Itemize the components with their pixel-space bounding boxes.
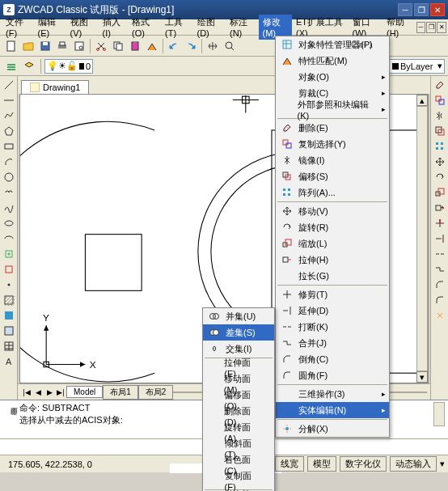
modify-item-19[interactable]: 延伸(D) <box>276 303 389 319</box>
layout-tab-model[interactable]: Model <box>66 386 103 398</box>
text-tool[interactable]: A <box>2 354 16 369</box>
tab-nav-first[interactable]: |◀ <box>21 386 32 399</box>
pline-tool[interactable] <box>2 108 16 123</box>
region-tool[interactable] <box>2 324 16 338</box>
modify-item-28[interactable]: 分解(X) <box>276 421 389 437</box>
scroll-down-button[interactable]: ▾ <box>416 371 428 383</box>
array-tool[interactable] <box>433 139 447 154</box>
spline-tool[interactable] <box>2 201 16 215</box>
block-tool[interactable] <box>2 262 16 277</box>
status-lwt[interactable]: 线宽 <box>275 456 304 472</box>
table-tool[interactable] <box>2 339 16 353</box>
insert-tool[interactable] <box>2 247 16 261</box>
modify-item-25[interactable]: 三维操作(3)▸ <box>276 386 389 402</box>
rotate-tool[interactable] <box>433 170 447 184</box>
polygon-tool[interactable] <box>2 124 16 138</box>
point-tool[interactable] <box>2 277 16 292</box>
erase-tool[interactable] <box>433 78 447 92</box>
join-tool[interactable] <box>433 262 447 277</box>
modify-item-20[interactable]: 打断(K) <box>276 319 389 335</box>
layout-tab-1[interactable]: 布局1 <box>103 385 138 400</box>
modify-item-12[interactable]: 移动(V) <box>276 203 389 219</box>
modify-item-22[interactable]: 倒角(C) <box>276 351 389 367</box>
status-tablet[interactable]: 数字化仪 <box>340 456 387 472</box>
menu-file[interactable]: 文件(F) <box>2 15 34 40</box>
menu-draw[interactable]: 绘图(D) <box>193 15 226 40</box>
zoom-button[interactable] <box>222 38 238 54</box>
menu-view[interactable]: 视图(V) <box>66 15 99 40</box>
mdi-minimize[interactable]: ─ <box>416 22 426 33</box>
modify-item-7[interactable]: 复制选择(Y) <box>276 136 389 152</box>
modify-item-23[interactable]: 圆角(F) <box>276 367 389 383</box>
modify-item-8[interactable]: 镜像(I) <box>276 152 389 168</box>
circle-tool[interactable] <box>2 170 16 184</box>
modify-item-1[interactable]: 特性匹配(M) <box>276 53 389 69</box>
xline-tool[interactable] <box>2 93 16 108</box>
modify-item-13[interactable]: 旋转(R) <box>276 219 389 235</box>
mdi-restore[interactable]: ❐ <box>426 22 436 33</box>
copy-button[interactable] <box>110 38 126 54</box>
modify-item-26[interactable]: 实体编辑(N)▸ <box>276 402 389 418</box>
break-tool[interactable] <box>433 247 447 261</box>
solidedit-item-11[interactable]: 复制面(F) <box>203 472 274 489</box>
move-tool[interactable] <box>433 154 447 169</box>
hatch-tool[interactable] <box>2 293 16 307</box>
explode-tool[interactable] <box>433 308 447 323</box>
trim-tool[interactable] <box>433 216 447 231</box>
print-button[interactable] <box>54 38 70 54</box>
menu-tools[interactable]: 工具(T) <box>161 15 193 40</box>
preview-button[interactable] <box>71 38 87 54</box>
stretch-tool[interactable] <box>433 201 447 215</box>
menu-format[interactable]: 格式(O) <box>128 15 161 40</box>
extend-tool[interactable] <box>433 231 447 246</box>
layer-manager-button[interactable] <box>3 58 19 74</box>
cmd-scrollbar[interactable] <box>433 402 445 426</box>
doc-tab-drawing1[interactable]: Drawing1 <box>21 80 89 94</box>
arc-tool[interactable] <box>2 154 16 169</box>
modify-item-18[interactable]: 修剪(T) <box>276 286 389 303</box>
chamfer-tool[interactable] <box>433 277 447 292</box>
scale-tool[interactable] <box>433 185 447 200</box>
solidedit-item-2[interactable]: 交集(I) <box>203 341 274 357</box>
revcloud-tool[interactable] <box>2 185 16 200</box>
redo-button[interactable] <box>183 38 199 54</box>
menu-dimension[interactable]: 标注(N) <box>226 15 259 40</box>
modify-item-14[interactable]: 缩放(L) <box>276 235 389 252</box>
pan-button[interactable] <box>205 38 221 54</box>
modify-item-15[interactable]: 拉伸(H) <box>276 252 389 268</box>
ellipsearc-tool[interactable] <box>2 231 16 246</box>
tab-nav-last[interactable]: ▶| <box>55 386 66 399</box>
layer-combo[interactable]: 💡 ☀ 🔓 0 <box>44 59 93 74</box>
paste-button[interactable] <box>127 38 143 54</box>
close-button[interactable]: ✕ <box>430 3 445 16</box>
modify-item-10[interactable]: 阵列(A)... <box>276 184 389 201</box>
scroll-up-button[interactable]: ▴ <box>416 95 428 106</box>
modify-item-0[interactable]: 对象特性管理器(P)Ctrl+1 <box>276 36 389 53</box>
tab-nav-next[interactable]: ▶ <box>44 386 55 399</box>
mdi-close[interactable]: ✕ <box>437 22 446 33</box>
solidedit-item-0[interactable]: 并集(U) <box>203 308 274 324</box>
new-button[interactable] <box>3 38 19 54</box>
maximize-button[interactable]: ❐ <box>414 3 429 16</box>
menu-edit[interactable]: 编辑(E) <box>34 15 66 40</box>
ellipse-tool[interactable] <box>2 216 16 231</box>
status-model[interactable]: 模型 <box>307 456 336 472</box>
gradient-tool[interactable] <box>2 308 16 323</box>
undo-button[interactable] <box>166 38 182 54</box>
vertical-scrollbar[interactable] <box>416 106 428 371</box>
solidedit-item-1[interactable]: 差集(S) <box>203 324 274 341</box>
modify-item-16[interactable]: 拉长(G) <box>276 268 389 284</box>
tab-nav-prev[interactable]: ◀ <box>32 386 44 399</box>
fillet-tool[interactable] <box>433 293 447 307</box>
modify-item-4[interactable]: 外部参照和块编辑(K)▸ <box>276 101 389 117</box>
modify-item-21[interactable]: 合并(J) <box>276 335 389 351</box>
rect-tool[interactable] <box>2 139 16 154</box>
color-combo[interactable]: ByLayer ▾ <box>388 59 445 74</box>
modify-item-9[interactable]: 偏移(S) <box>276 168 389 184</box>
menu-insert[interactable]: 插入(I) <box>99 15 129 40</box>
line-tool[interactable] <box>2 78 16 92</box>
match-button[interactable] <box>144 38 160 54</box>
mirror-tool[interactable] <box>433 108 447 123</box>
save-button[interactable] <box>37 38 53 54</box>
status-dyn[interactable]: 动态输入 <box>390 456 437 472</box>
